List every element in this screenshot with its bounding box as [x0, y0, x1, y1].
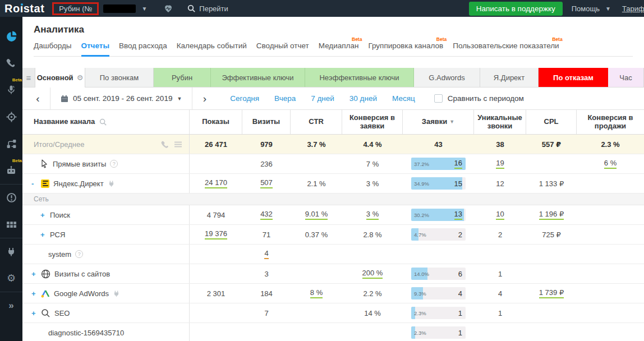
- channel-name[interactable]: Яндекс.Директ: [53, 179, 104, 188]
- nav-tab-Отчеты[interactable]: Отчеты: [81, 42, 109, 57]
- metric-value[interactable]: 507: [260, 178, 273, 188]
- sidebar-item-target[interactable]: [0, 103, 22, 130]
- phone-icon[interactable]: [161, 140, 169, 149]
- help-menu[interactable]: Помощь ▼: [572, 4, 613, 13]
- applications-bar[interactable]: 34.9%15: [411, 177, 466, 190]
- applications-bar[interactable]: 4.7%2: [411, 228, 466, 241]
- channel-name[interactable]: Прямые визиты: [53, 160, 106, 168]
- channel-name[interactable]: Google AdWords: [54, 289, 109, 298]
- table-row[interactable]: -Яндекс.Директ24 1705072.1 %3 %34.9%1512…: [22, 174, 644, 193]
- channel-name[interactable]: diagnostic-1569435710: [48, 329, 124, 337]
- table-row[interactable]: diagnostic-15694357102.3%1: [22, 323, 644, 341]
- applications-bar[interactable]: 37.2%16: [411, 158, 466, 170]
- bar-count[interactable]: 13: [454, 210, 462, 220]
- sidebar-item-gear[interactable]: ⚙: [0, 265, 22, 292]
- sidebar-item-robot[interactable]: Beta: [0, 157, 22, 184]
- report-tab-Неэффективные ключи[interactable]: Неэффективные ключи: [305, 68, 414, 87]
- report-tab-Час[interactable]: Час: [608, 68, 644, 87]
- sidebar-item-flow[interactable]: [0, 130, 22, 157]
- metric-value[interactable]: 19 376: [205, 229, 227, 239]
- table-row[interactable]: +SEO714 %2.3%11: [22, 303, 644, 323]
- report-tab-По звонкам[interactable]: По звонкам: [85, 68, 154, 87]
- compare-checkbox[interactable]: [434, 94, 443, 103]
- quick-link-7 дней[interactable]: 7 дней: [311, 94, 334, 103]
- expand-toggle[interactable]: +: [31, 270, 37, 278]
- metric-value[interactable]: 8 %: [310, 288, 323, 298]
- expand-toggle[interactable]: +: [40, 231, 46, 239]
- column-header-channel[interactable]: Название канала: [22, 110, 190, 134]
- go-search[interactable]: Перейти: [187, 4, 228, 13]
- applications-bar[interactable]: 9.3%4: [411, 287, 466, 299]
- channel-name[interactable]: SEO: [54, 309, 70, 317]
- bar-count[interactable]: 16: [454, 159, 462, 169]
- report-tab-По отказам[interactable]: По отказам: [539, 68, 608, 87]
- metric-value[interactable]: 3 %: [366, 210, 379, 220]
- metric-value[interactable]: 6 %: [604, 159, 617, 169]
- report-tab-G.Adwords[interactable]: G.Adwords: [414, 68, 480, 87]
- column-header-sorted[interactable]: Заявки▼: [403, 110, 474, 134]
- nav-tab-Дашборды[interactable]: Дашборды: [34, 42, 72, 56]
- sidebar-item-expand[interactable]: »: [0, 292, 22, 319]
- sidebar-item-alert[interactable]: [0, 184, 22, 211]
- column-header[interactable]: Визиты: [242, 110, 291, 134]
- nav-tab-Медиаплан[interactable]: МедиапланBeta: [319, 42, 359, 56]
- metric-value[interactable]: 1 196 ₽: [539, 210, 564, 220]
- expand-toggle[interactable]: +: [31, 309, 37, 317]
- project-chevron-down-icon[interactable]: ▼: [141, 6, 147, 12]
- help-icon[interactable]: ?: [110, 160, 118, 168]
- channel-name[interactable]: system: [48, 250, 71, 259]
- applications-bar[interactable]: 14.0%6: [411, 268, 466, 280]
- help-icon[interactable]: ?: [75, 250, 83, 258]
- quick-link-Сегодня[interactable]: Сегодня: [230, 94, 259, 103]
- quick-link-30 дней[interactable]: 30 дней: [349, 94, 377, 103]
- channel-search-icon[interactable]: [99, 118, 107, 126]
- roistat-logo[interactable]: Roıstat: [4, 2, 44, 15]
- report-tab-Я.Директ[interactable]: Я.Директ: [480, 68, 539, 87]
- metric-value[interactable]: 24 170: [205, 178, 227, 188]
- reports-list-icon[interactable]: ≡: [22, 68, 35, 87]
- quick-link-Месяц[interactable]: Месяц: [392, 94, 415, 103]
- sidebar-item-pie-chart[interactable]: [0, 22, 22, 49]
- expand-toggle[interactable]: +: [31, 289, 37, 298]
- nav-tab-Сводный отчет[interactable]: Сводный отчет: [256, 42, 309, 56]
- project-selector-highlight[interactable]: Рубин (№: [52, 2, 99, 15]
- applications-bar[interactable]: 2.3%1: [411, 307, 466, 319]
- nav-tab-Ввод расхода[interactable]: Ввод расхода: [119, 42, 167, 56]
- nav-tab-Календарь событий[interactable]: Календарь событий: [177, 42, 247, 56]
- column-header[interactable]: CPL: [526, 110, 577, 134]
- report-tab-Основной[interactable]: Основной⚙: [35, 68, 85, 87]
- metric-value[interactable]: 4: [264, 249, 268, 259]
- table-row[interactable]: Прямые визиты?2367 %37.2%16196 %: [22, 154, 644, 174]
- report-tab-Рубин[interactable]: Рубин: [154, 68, 211, 87]
- report-tab-Эффективные ключи[interactable]: Эффективные ключи: [211, 68, 305, 87]
- nav-tab-Пользовательские показатели[interactable]: Пользовательские показателиBeta: [453, 42, 559, 56]
- sidebar-item-phone[interactable]: [0, 49, 22, 76]
- channel-name[interactable]: Поиск: [50, 211, 70, 219]
- channel-name[interactable]: РСЯ: [50, 231, 65, 239]
- column-header[interactable]: Конверсия в заявки: [342, 110, 403, 134]
- metric-value[interactable]: 1 739 ₽: [539, 288, 564, 298]
- column-header[interactable]: Конверсия в продажи: [577, 110, 644, 134]
- applications-bar[interactable]: 30.2%13: [411, 209, 466, 221]
- health-heart-icon[interactable]: [164, 4, 173, 13]
- table-row[interactable]: +Google AdWords2 3011848 %2.2 %9.3%441 7…: [22, 284, 644, 303]
- sidebar-item-microphone[interactable]: Beta: [0, 76, 22, 103]
- channel-name[interactable]: Визиты с сайтов: [54, 270, 110, 278]
- quick-link-Вчера[interactable]: Вчера: [274, 94, 296, 103]
- column-header[interactable]: Уникальные звонки: [474, 110, 526, 134]
- column-header[interactable]: Показы: [190, 110, 242, 134]
- sidebar-item-apps-grid[interactable]: [0, 211, 22, 238]
- metric-value[interactable]: 200 %: [362, 269, 383, 279]
- metric-value[interactable]: 10: [496, 210, 504, 220]
- next-period-button[interactable]: ›: [192, 87, 217, 110]
- metric-value[interactable]: 9.01 %: [305, 210, 328, 220]
- date-range-picker[interactable]: 05 сент. 2019 - 26 сент. 2019 ▼: [50, 87, 192, 110]
- table-row[interactable]: Итого/Среднее26 4719793.7 %4.4 %4338557 …: [22, 135, 644, 154]
- sidebar-item-plug[interactable]: [0, 238, 22, 265]
- metric-value[interactable]: 19: [496, 159, 504, 169]
- list-icon[interactable]: [174, 141, 182, 148]
- report-settings-gear-icon[interactable]: ⚙: [77, 73, 84, 82]
- nav-tab-Группировка каналов[interactable]: Группировка каналовBeta: [368, 42, 443, 56]
- prev-period-button[interactable]: ‹: [26, 87, 50, 110]
- column-header[interactable]: CTR: [291, 110, 342, 134]
